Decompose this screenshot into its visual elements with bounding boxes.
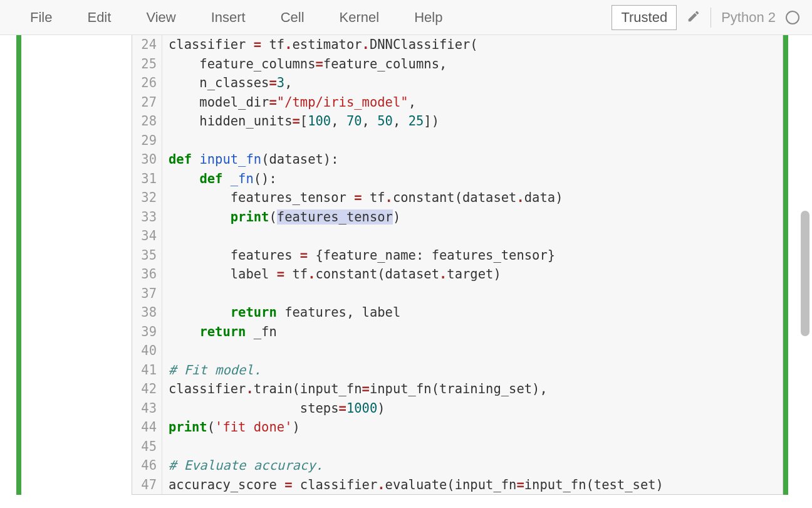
kernel-name[interactable]: Python 2	[721, 9, 776, 26]
menu-view[interactable]: View	[128, 4, 193, 31]
code-line[interactable]: n_classes=3,	[169, 73, 664, 93]
line-number: 47	[141, 475, 157, 495]
scrollbar[interactable]	[801, 85, 809, 349]
code-line[interactable]: model_dir="/tmp/iris_model",	[169, 93, 664, 112]
line-number: 26	[141, 73, 157, 93]
code-line[interactable]	[169, 341, 664, 361]
line-number: 25	[141, 55, 157, 74]
code-line[interactable]: features_tensor = tf.constant(dataset.da…	[169, 188, 664, 208]
code-line[interactable]: return _fn	[169, 322, 664, 342]
prompt-area	[21, 35, 132, 495]
code-line[interactable]: # Evaluate accuracy.	[169, 456, 664, 475]
code-line[interactable]: label = tf.constant(dataset.target)	[169, 265, 664, 284]
line-number: 42	[141, 379, 157, 399]
line-number: 28	[141, 112, 157, 131]
line-number: 43	[141, 399, 157, 418]
menu-cell[interactable]: Cell	[263, 4, 322, 31]
menu-edit[interactable]: Edit	[70, 4, 128, 31]
line-number: 40	[141, 341, 157, 361]
code-line[interactable]: return features, label	[169, 303, 664, 322]
code-line[interactable]: accuracy_score = classifier.evaluate(inp…	[169, 475, 664, 495]
code-content[interactable]: classifier = tf.estimator.DNNClassifier(…	[162, 35, 670, 494]
line-number: 37	[141, 284, 157, 304]
line-number: 41	[141, 361, 157, 380]
line-number: 31	[141, 169, 157, 189]
menu-insert[interactable]: Insert	[194, 4, 263, 31]
divider	[710, 8, 711, 28]
code-line[interactable]: print(features_tensor)	[169, 208, 664, 227]
code-editor[interactable]: 2425262728293031323334353637383940414243…	[132, 35, 783, 495]
code-line[interactable]: steps=1000)	[169, 399, 664, 418]
line-number: 24	[141, 35, 157, 55]
code-line[interactable]: classifier = tf.estimator.DNNClassifier(	[169, 35, 664, 55]
line-number: 34	[141, 226, 157, 246]
code-line[interactable]	[169, 284, 664, 304]
menubar: File Edit View Insert Cell Kernel Help T…	[0, 0, 812, 35]
code-line[interactable]: features = {feature_name: features_tenso…	[169, 246, 664, 265]
line-number: 45	[141, 437, 157, 457]
line-number-gutter: 2425262728293031323334353637383940414243…	[132, 35, 162, 494]
menu-file[interactable]: File	[13, 4, 70, 31]
line-number: 39	[141, 322, 157, 342]
line-number: 29	[141, 131, 157, 151]
code-line[interactable]	[169, 437, 664, 457]
line-number: 46	[141, 456, 157, 475]
code-line[interactable]	[169, 226, 664, 246]
line-number: 44	[141, 418, 157, 437]
line-number: 27	[141, 93, 157, 112]
menu-kernel[interactable]: Kernel	[322, 4, 397, 31]
code-line[interactable]: def _fn():	[169, 169, 664, 189]
code-line[interactable]: # Fit model.	[169, 361, 664, 380]
code-line[interactable]	[169, 131, 664, 151]
cell-running-indicator	[16, 35, 21, 495]
scrollbar-thumb[interactable]	[801, 211, 809, 336]
code-cell[interactable]: 2425262728293031323334353637383940414243…	[0, 35, 812, 495]
kernel-idle-icon[interactable]	[786, 11, 799, 24]
line-number: 38	[141, 303, 157, 322]
edit-icon[interactable]	[687, 9, 700, 25]
line-number: 35	[141, 246, 157, 265]
code-line[interactable]: print('fit done')	[169, 418, 664, 437]
line-number: 36	[141, 265, 157, 284]
code-line[interactable]: feature_columns=feature_columns,	[169, 55, 664, 74]
code-line[interactable]: hidden_units=[100, 70, 50, 25])	[169, 112, 664, 131]
code-line[interactable]: classifier.train(input_fn=input_fn(train…	[169, 379, 664, 399]
line-number: 30	[141, 150, 157, 169]
code-line[interactable]: def input_fn(dataset):	[169, 150, 664, 169]
trusted-badge[interactable]: Trusted	[612, 5, 677, 30]
cell-running-indicator-right	[783, 35, 788, 495]
line-number: 33	[141, 208, 157, 227]
line-number: 32	[141, 188, 157, 208]
menu-help[interactable]: Help	[397, 4, 460, 31]
notebook-area: 2425262728293031323334353637383940414243…	[0, 35, 812, 508]
